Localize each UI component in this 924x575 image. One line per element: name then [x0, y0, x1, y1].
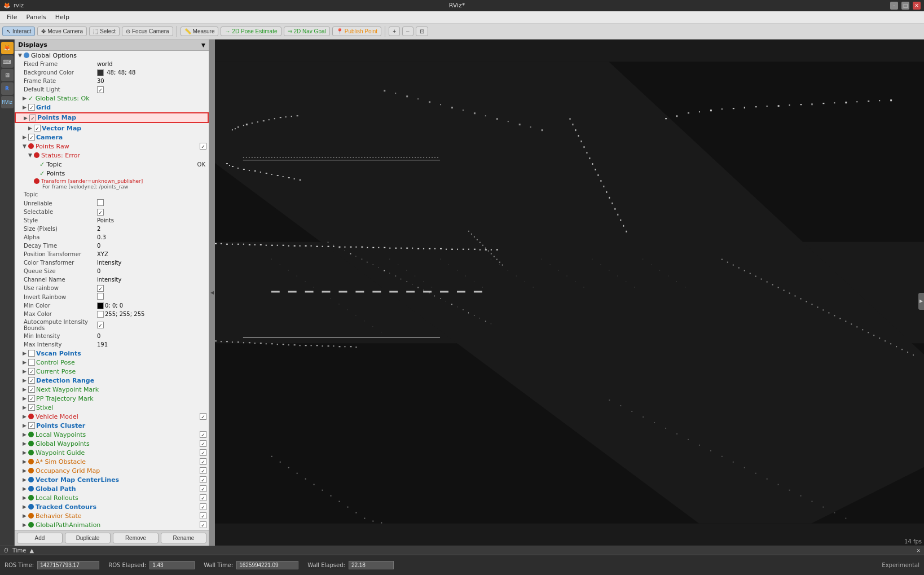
prop-selectable-val[interactable]: ✓	[97, 209, 205, 216]
points-raw-row[interactable]: ▼ Points Raw ✓	[15, 142, 209, 151]
maximize-icon[interactable]: □	[901, 2, 909, 10]
rename-button[interactable]: Rename	[161, 533, 206, 543]
frame-rate-value[interactable]: 30	[97, 78, 205, 84]
lr-cb[interactable]: ✓	[200, 494, 206, 501]
interact-button[interactable]: ↖ Interact	[2, 27, 35, 36]
measure-button[interactable]: 📏 Measure	[181, 27, 219, 36]
global-waypoints-row[interactable]: ▶ Global Waypoints ✓	[15, 439, 209, 448]
unreliable-cb[interactable]	[97, 199, 104, 206]
focus-camera-button[interactable]: ⊙ Focus Camera	[122, 27, 173, 36]
displays-content[interactable]: ▼ Global Options Fixed Frame world Backg…	[15, 51, 209, 530]
detection-range-cb[interactable]: ✓	[28, 377, 35, 384]
local-wp-cb[interactable]: ✓	[200, 431, 206, 438]
detection-range-row[interactable]: ▶ ✓ Detection Range	[15, 376, 209, 385]
stixel-cb[interactable]: ✓	[28, 404, 35, 411]
global-wp-cb[interactable]: ✓	[200, 440, 206, 447]
minimize-icon[interactable]: –	[890, 2, 898, 10]
select-button[interactable]: ⬚ Select	[89, 27, 120, 36]
time-panel-expand-icon[interactable]: ▲	[29, 547, 34, 554]
ros-elapsed-input[interactable]	[149, 561, 195, 569]
current-pose-cb[interactable]: ✓	[28, 368, 35, 375]
vc-cb[interactable]: ✓	[200, 476, 206, 483]
vector-map-checkbox[interactable]: ✓	[34, 125, 41, 131]
prop-color-transformer-val[interactable]: Intensity	[97, 260, 205, 266]
nav-goal-button[interactable]: ⇒ 2D Nav Goal	[284, 27, 330, 36]
time-panel-close-icon[interactable]: ✕	[916, 548, 921, 554]
displays-collapse-icon[interactable]: ▼	[201, 42, 205, 48]
background-color-value[interactable]: 48; 48; 48	[97, 69, 205, 76]
invert-cb[interactable]	[97, 293, 104, 300]
ros-time-input[interactable]	[37, 561, 99, 569]
global-path-anim-row[interactable]: ▶ GlobalPathAnimation ✓	[15, 520, 209, 529]
behavior-state-row[interactable]: ▶ Behavior State ✓	[15, 511, 209, 520]
fixed-frame-value[interactable]: world	[97, 61, 205, 67]
menu-file[interactable]: File	[2, 12, 21, 22]
gp-cb[interactable]: ✓	[200, 485, 206, 492]
menu-panels[interactable]: Panels	[21, 12, 50, 22]
points-cluster-row[interactable]: ▶ ✓ Points Cluster	[15, 421, 209, 430]
remove-button[interactable]: Remove	[113, 533, 159, 543]
points-cluster-cb[interactable]: ✓	[28, 422, 35, 429]
next-waypoint-mark-row[interactable]: ▶ ✓ Next Waypoint Mark	[15, 385, 209, 394]
global-status-row[interactable]: ▶ ✓ Global Status: Ok	[15, 94, 209, 103]
menu-help[interactable]: Help	[51, 12, 74, 22]
grid-row[interactable]: ▶ ✓ Grid	[15, 103, 209, 112]
vscan-points-row[interactable]: ▶ Vscan Points	[15, 349, 209, 358]
prop-pos-transformer-val[interactable]: XYZ	[97, 251, 205, 257]
sidebar-icon-5[interactable]: RViz	[1, 96, 14, 108]
astar-obstacle-row[interactable]: ▶ A* Sim Obstacle ✓	[15, 457, 209, 466]
prop-decay-val[interactable]: 0	[97, 243, 205, 249]
selectable-cb[interactable]: ✓	[97, 209, 104, 216]
prop-invert-val[interactable]	[97, 293, 205, 301]
global-options-row[interactable]: ▼ Global Options	[15, 51, 209, 60]
control-pose-row[interactable]: ▶ Control Pose	[15, 358, 209, 367]
local-waypoints-row[interactable]: ▶ Local Waypoints ✓	[15, 430, 209, 439]
pose-estimate-button[interactable]: → 2D Pose Estimate	[221, 27, 281, 36]
next-waypoint-cb[interactable]: ✓	[28, 386, 35, 393]
prop-size-val[interactable]: 2	[97, 226, 205, 232]
prop-mincolor-val[interactable]: 0; 0; 0	[97, 302, 205, 309]
occupancy-grid-row[interactable]: ▶ Occupancy Grid Map ✓	[15, 466, 209, 475]
local-rollouts-row[interactable]: ▶ Local Rollouts ✓	[15, 493, 209, 502]
prop-maxcolor-val[interactable]: 255; 255; 255	[97, 311, 205, 318]
sidebar-icon-1[interactable]: 🦊	[1, 42, 14, 54]
camera-row[interactable]: ▶ ✓ Camera	[15, 133, 209, 142]
panel-resize-handle[interactable]: ◀	[209, 39, 215, 546]
prop-autocompute-val[interactable]: ✓	[97, 322, 205, 328]
status-error-row[interactable]: ▼ Status: Error	[15, 151, 209, 160]
prop-unreliable-val[interactable]	[97, 199, 205, 207]
wall-elapsed-input[interactable]	[349, 561, 394, 569]
zoom-in-button[interactable]: +	[389, 27, 400, 36]
publish-point-button[interactable]: 📍 Publish Point	[332, 27, 381, 36]
zoom-out-button[interactable]: –	[402, 27, 413, 36]
pp-trajectory-cb[interactable]: ✓	[28, 395, 35, 402]
gpa-cb[interactable]: ✓	[200, 521, 206, 528]
prop-minintensity-val[interactable]: 0	[97, 333, 205, 339]
prop-alpha-val[interactable]: 0.3	[97, 234, 205, 240]
wg-cb[interactable]: ✓	[200, 449, 206, 456]
points-map-checkbox[interactable]: ✓	[29, 115, 36, 121]
points-raw-checkbox[interactable]: ✓	[200, 143, 206, 150]
sidebar-icon-4[interactable]: R	[1, 82, 14, 95]
zoom-fit-button[interactable]: ⊡	[416, 27, 428, 36]
vehicle-model-cb[interactable]: ✓	[200, 413, 206, 420]
vscan-cb[interactable]	[28, 350, 35, 357]
right-panel-collapse[interactable]: ▶	[918, 293, 924, 310]
default-light-cb[interactable]: ✓	[97, 86, 205, 93]
prop-queue-val[interactable]: 0	[97, 268, 205, 274]
vector-centerlines-row[interactable]: ▶ Vector Map CenterLines ✓	[15, 475, 209, 484]
3d-viewport[interactable]: ▶ 14 fps	[215, 39, 924, 546]
prop-rainbow-val[interactable]: ✓	[97, 285, 205, 292]
prop-maxintensity-val[interactable]: 191	[97, 341, 205, 348]
prop-channel-val[interactable]: intensity	[97, 276, 205, 283]
grid-checkbox[interactable]: ✓	[28, 104, 35, 111]
move-camera-button[interactable]: ✥ Move Camera	[37, 27, 87, 36]
wall-time-input[interactable]	[236, 561, 298, 569]
tracked-contours-row[interactable]: ▶ Tracked Contours ✓	[15, 502, 209, 511]
points-map-row[interactable]: ▶ ✓ Points Map	[15, 112, 209, 123]
astar-cb[interactable]: ✓	[200, 458, 206, 465]
vector-map-row[interactable]: ▶ ✓ Vector Map	[15, 124, 209, 133]
current-pose-row[interactable]: ▶ ✓ Current Pose	[15, 367, 209, 376]
rainbow-cb[interactable]: ✓	[97, 285, 104, 292]
global-path-row[interactable]: ▶ Global Path ✓	[15, 484, 209, 493]
